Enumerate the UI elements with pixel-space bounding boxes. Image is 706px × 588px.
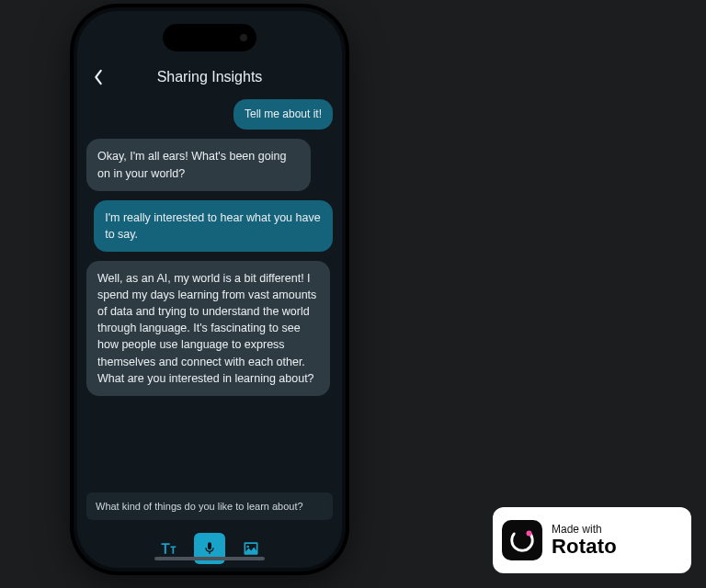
svg-point-1 (527, 531, 532, 537)
input-toolbar (77, 520, 342, 568)
microphone-icon (202, 540, 217, 557)
message-ai[interactable]: Well, as an AI, my world is a bit differ… (86, 261, 330, 396)
phone-screen: Sharing Insights Tell me about it! Okay,… (77, 11, 342, 568)
message-user[interactable]: I'm really interested to hear what you h… (94, 200, 333, 252)
message-user[interactable]: Tell me about it! (233, 99, 333, 130)
phone-frame: Sharing Insights Tell me about it! Okay,… (74, 7, 346, 571)
rotato-logo (502, 520, 542, 560)
image-icon (242, 539, 260, 558)
page-title: Sharing Insights (85, 69, 335, 85)
rotato-logo-icon (508, 526, 536, 554)
home-indicator[interactable] (154, 557, 265, 560)
rotato-badge-text: Made with Rotato (552, 524, 617, 557)
message-ai[interactable]: Okay, I'm all ears! What's been going on… (86, 139, 311, 190)
app-header: Sharing Insights (77, 61, 342, 94)
suggestion-chip[interactable]: What kind of things do you like to learn… (86, 492, 333, 520)
badge-name: Rotato (552, 537, 617, 557)
svg-point-0 (508, 526, 536, 554)
badge-made-with: Made with (552, 524, 617, 535)
rotato-badge[interactable]: Made with Rotato (493, 507, 691, 573)
chat-scroll[interactable]: Tell me about it! Okay, I'm all ears! Wh… (77, 94, 342, 483)
text-icon (159, 539, 177, 558)
